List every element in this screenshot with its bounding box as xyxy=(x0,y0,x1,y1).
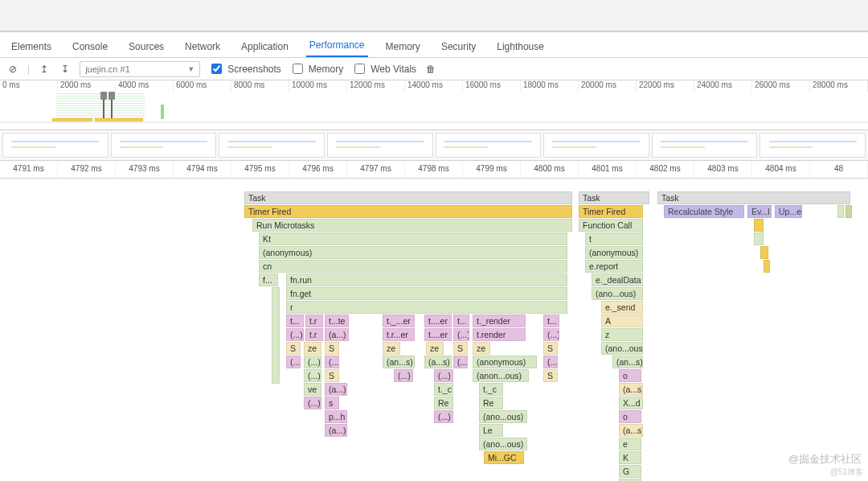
flame-z[interactable]: z xyxy=(601,328,643,341)
flame-as[interactable]: (a...s) xyxy=(424,356,452,368)
flame-S6[interactable]: S xyxy=(543,369,558,382)
flame-ell9[interactable]: (...) xyxy=(304,369,321,382)
flame-tdoter[interactable]: t....er xyxy=(424,314,452,327)
flame-tc2[interactable]: t._c xyxy=(479,383,503,396)
flame-Re[interactable]: Re xyxy=(434,397,453,409)
flame-t2b[interactable]: t... xyxy=(453,314,469,327)
flame-ell2[interactable]: (...) xyxy=(453,328,469,341)
flame-tr[interactable]: t.r xyxy=(305,314,323,327)
flame-anonous[interactable]: (anon...ous) xyxy=(473,369,529,382)
flame-xd[interactable]: X...d xyxy=(619,397,643,409)
filmstrip-frame[interactable] xyxy=(327,133,433,158)
flame-tdot[interactable]: t._...er xyxy=(383,314,415,327)
flame-G[interactable]: G xyxy=(619,465,641,478)
flame-trender2[interactable]: t.render xyxy=(473,328,526,341)
tab-performance[interactable]: Performance xyxy=(306,35,368,57)
flame-timer-fired[interactable]: Timer Fired xyxy=(244,205,572,218)
flame-tc[interactable]: t._c xyxy=(434,383,453,396)
filmstrip-frame[interactable] xyxy=(760,133,866,158)
tab-application[interactable]: Application xyxy=(238,36,292,57)
flame-t3[interactable]: t xyxy=(585,232,643,245)
tab-lighthouse[interactable]: Lighthouse xyxy=(493,36,547,57)
flame-o2[interactable]: o xyxy=(619,410,641,423)
flame-r[interactable]: r xyxy=(286,301,567,314)
flame-ell8[interactable]: (...) xyxy=(543,356,558,368)
tab-network[interactable]: Network xyxy=(182,36,223,57)
flame-task2[interactable]: Task xyxy=(579,191,649,204)
flame-ell[interactable]: (...) xyxy=(286,328,304,341)
flame-e[interactable]: e xyxy=(619,438,641,450)
flame-S5[interactable]: S xyxy=(325,369,339,382)
flame-tr2[interactable]: t.r xyxy=(305,328,323,341)
filmstrip-frame[interactable] xyxy=(436,133,542,158)
flame-ve[interactable]: ve xyxy=(304,383,321,396)
flame-ell13[interactable]: (...) xyxy=(434,410,453,423)
flame-run-microtasks[interactable]: Run Microtasks xyxy=(252,219,572,232)
flame-S3[interactable]: S xyxy=(453,342,468,355)
flame-anons2[interactable]: (an...s) xyxy=(612,356,643,368)
flame-trender[interactable]: t._render xyxy=(473,314,526,327)
flame-A[interactable]: A xyxy=(601,314,643,327)
flame-paint[interactable] xyxy=(837,205,844,218)
flame-timer-fired2[interactable]: Timer Fired xyxy=(579,205,643,218)
flame-t2c[interactable]: t... xyxy=(543,314,559,327)
flame-ell10[interactable]: (...) xyxy=(394,369,413,382)
flame-task3[interactable]: Task xyxy=(657,191,850,204)
flame-eval[interactable]: Ev...l xyxy=(747,205,772,218)
flame-stub2[interactable] xyxy=(754,232,764,245)
flame-fnrun[interactable]: fn.run xyxy=(286,273,567,286)
tab-elements[interactable]: Elements xyxy=(8,36,55,57)
flame-K[interactable]: K xyxy=(619,451,641,464)
flame-S[interactable]: S xyxy=(286,342,301,355)
flame-ze3[interactable]: ze xyxy=(426,342,444,355)
flame-trdot[interactable]: t.r...er xyxy=(383,328,415,341)
screenshots-checkbox[interactable]: Screenshots xyxy=(208,61,281,76)
flame-as2[interactable]: (a...s) xyxy=(619,383,643,396)
flame-ell3[interactable]: (...) xyxy=(543,328,559,341)
flame-ell5[interactable]: (...) xyxy=(304,356,321,368)
flame-ze4[interactable]: ze xyxy=(473,342,490,355)
flame-tte[interactable]: t...te xyxy=(325,314,349,327)
flame-tdoter2[interactable]: t....er xyxy=(424,328,452,341)
flame-anons[interactable]: (an...s) xyxy=(383,356,415,368)
flame-f[interactable]: f... xyxy=(259,273,278,286)
flame-Le[interactable]: Le xyxy=(479,424,503,437)
recording-dropdown[interactable]: juejin.cn #1 ▼ xyxy=(80,61,200,77)
flame-ph[interactable]: p...h xyxy=(325,410,347,423)
flame-ze[interactable]: ze xyxy=(304,342,321,355)
flame-ell12[interactable]: (...) xyxy=(304,397,321,409)
webvitals-checkbox-input[interactable] xyxy=(354,64,365,74)
trash-icon[interactable]: 🗑 xyxy=(424,64,437,75)
memory-checkbox[interactable]: Memory xyxy=(289,61,343,76)
flame-ell11[interactable]: (...) xyxy=(434,369,453,382)
filmstrip-frame[interactable] xyxy=(219,133,325,158)
filmstrip-frame[interactable] xyxy=(652,133,758,158)
flame-stub3[interactable] xyxy=(760,246,768,259)
flame-esend[interactable]: e._send xyxy=(601,301,643,314)
webvitals-checkbox[interactable]: Web Vitals xyxy=(351,61,416,76)
flame-chart[interactable]: Task Timer Fired Run Microtasks Kt (anon… xyxy=(0,179,868,481)
flame-stub1[interactable] xyxy=(754,219,764,232)
flame-ell7[interactable]: (...) xyxy=(453,356,468,368)
upload-icon[interactable]: ↥ xyxy=(38,64,51,75)
flame-t[interactable]: t... xyxy=(286,314,304,327)
filmstrip-frame[interactable] xyxy=(111,133,217,158)
download-icon[interactable]: ↧ xyxy=(59,64,72,75)
flame-S4[interactable]: S xyxy=(543,342,558,355)
filmstrip-frame[interactable] xyxy=(543,133,649,158)
flame-cn[interactable]: cn xyxy=(259,260,567,273)
flame-stub4[interactable] xyxy=(764,260,770,273)
screenshots-checkbox-input[interactable] xyxy=(211,64,222,74)
flame-Re2[interactable]: Re xyxy=(479,397,503,409)
tab-memory[interactable]: Memory xyxy=(383,36,424,57)
flame-o[interactable]: o xyxy=(619,369,641,382)
tab-sources[interactable]: Sources xyxy=(125,36,167,57)
flame-as3[interactable]: (a...s) xyxy=(619,424,643,437)
flame-aell3[interactable]: (a...) xyxy=(325,424,347,437)
flame-anoous2[interactable]: (ano...ous) xyxy=(479,438,527,450)
flame-s7[interactable]: s xyxy=(325,397,339,409)
flame-anonymous2[interactable]: (anonymous) xyxy=(473,356,537,368)
flame-sliver[interactable] xyxy=(272,287,280,384)
flame-aell[interactable]: (a...) xyxy=(325,328,349,341)
flame-kt[interactable]: Kt xyxy=(259,232,567,245)
